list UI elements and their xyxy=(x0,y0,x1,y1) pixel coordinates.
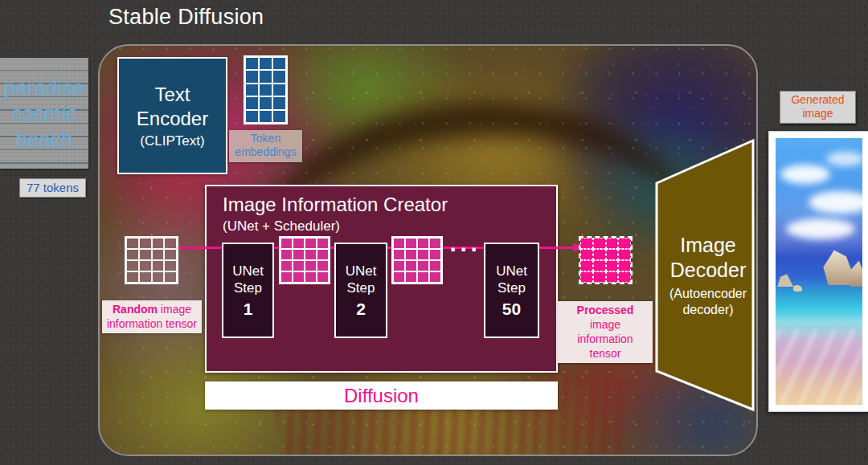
grid-cell xyxy=(152,238,165,249)
grid-cell xyxy=(317,249,329,260)
grid-cell xyxy=(293,271,305,283)
beach-scene xyxy=(776,138,862,405)
grid-cell xyxy=(139,260,152,271)
grid-cell xyxy=(606,249,619,260)
grid-cell xyxy=(280,271,293,283)
ellipsis-dots: ··· xyxy=(448,236,483,263)
grid-cell xyxy=(259,96,272,109)
grid-cell xyxy=(593,238,606,249)
grid-cell xyxy=(417,238,429,249)
generated-image-photo xyxy=(768,131,868,412)
random-tensor-label: Random image information tensor xyxy=(102,300,202,333)
prompt-note: paradise cosmic beach xyxy=(0,58,88,169)
grid-cell xyxy=(164,238,177,249)
grid-cell xyxy=(152,260,165,271)
grid-cell xyxy=(272,96,286,109)
grid-cell xyxy=(417,271,429,283)
grid-cell xyxy=(305,238,317,249)
grid-cell xyxy=(259,84,272,96)
grid-cell xyxy=(429,249,441,260)
grid-cell xyxy=(272,70,286,83)
unet-step-1-box: UNet Step 1 xyxy=(222,243,274,338)
text-encoder-subtitle: (CLIPText) xyxy=(140,133,204,149)
grid-cell xyxy=(272,84,286,96)
unet-step-50-box: UNet Step 50 xyxy=(484,243,539,338)
token-embeddings-label: Token embeddings xyxy=(229,130,302,162)
grid-cell xyxy=(593,260,606,271)
grid-cell xyxy=(272,110,286,123)
grid-cell xyxy=(580,260,593,271)
text-encoder-box: Text Encoder (CLIPText) xyxy=(117,57,227,174)
random-tensor-grid xyxy=(125,236,178,284)
grid-cell xyxy=(429,260,441,271)
beach-sand xyxy=(776,330,862,405)
sea-rock xyxy=(849,261,862,287)
grid-cell xyxy=(259,57,272,70)
grid-cell xyxy=(293,260,305,271)
grid-cell xyxy=(259,70,272,83)
grid-cell xyxy=(593,271,606,283)
grid-cell xyxy=(126,249,139,260)
grid-cell xyxy=(593,249,606,260)
grid-cell xyxy=(139,271,152,283)
grid-cell xyxy=(164,260,177,271)
grid-cell xyxy=(164,271,177,283)
grid-cell xyxy=(272,57,286,70)
pipeline-panel: Text Encoder (CLIPText) Token embeddings… xyxy=(98,44,758,456)
cloud xyxy=(826,152,862,166)
token-embeddings-grid xyxy=(244,55,288,124)
cloud xyxy=(786,218,855,239)
page-title: Stable Diffusion xyxy=(108,5,264,30)
grid-cell xyxy=(393,249,405,260)
text-encoder-title: Text xyxy=(154,83,190,107)
stable-diffusion-figure: Stable Diffusion paradise cosmic beach 7… xyxy=(0,0,868,465)
generated-image-label: Generated image xyxy=(780,91,856,124)
grid-cell xyxy=(606,260,619,271)
latent-grid-1 xyxy=(279,236,330,284)
grid-cell xyxy=(164,249,177,260)
grid-cell xyxy=(417,260,429,271)
grid-cell xyxy=(317,271,329,283)
grid-cell xyxy=(293,249,305,260)
grid-cell xyxy=(405,271,417,283)
grid-cell xyxy=(293,238,305,249)
grid-cell xyxy=(126,260,139,271)
grid-cell xyxy=(618,249,631,260)
grid-cell xyxy=(317,260,329,271)
sea-rock xyxy=(777,274,793,287)
grid-cell xyxy=(280,260,293,271)
image-decoder-label: Image Decoder (Autoencoder decoder) xyxy=(657,137,758,414)
grid-cell xyxy=(580,249,593,260)
image-information-creator-box: Image Information Creator (UNet + Schedu… xyxy=(205,185,558,373)
grid-cell xyxy=(618,260,631,271)
grid-cell xyxy=(393,271,405,283)
grid-cell xyxy=(606,271,619,283)
grid-cell xyxy=(280,238,293,249)
grid-cell xyxy=(618,238,631,249)
sea-rock xyxy=(793,285,802,292)
cloud xyxy=(809,191,862,214)
grid-cell xyxy=(280,249,293,260)
grid-cell xyxy=(606,238,619,249)
grid-cell xyxy=(245,57,259,70)
prompt-text: paradise cosmic beach xyxy=(4,75,84,152)
grid-cell xyxy=(393,238,405,249)
grid-cell xyxy=(305,260,317,271)
grid-cell xyxy=(405,238,417,249)
cloud xyxy=(780,165,830,184)
creator-title: Image Information Creator xyxy=(223,194,448,216)
unet-step-2-box: UNet Step 2 xyxy=(334,243,387,338)
grid-cell xyxy=(305,271,317,283)
grid-cell xyxy=(429,271,441,283)
grid-cell xyxy=(580,238,593,249)
grid-cell xyxy=(580,271,593,283)
grid-cell xyxy=(139,249,152,260)
creator-subtitle: (UNet + Scheduler) xyxy=(223,218,340,235)
grid-cell xyxy=(245,84,259,96)
grid-cell xyxy=(152,249,165,260)
grid-cell xyxy=(305,249,317,260)
diffusion-banner: Diffusion xyxy=(205,381,558,410)
grid-cell xyxy=(429,238,441,249)
grid-cell xyxy=(245,70,259,83)
grid-cell xyxy=(245,110,259,123)
